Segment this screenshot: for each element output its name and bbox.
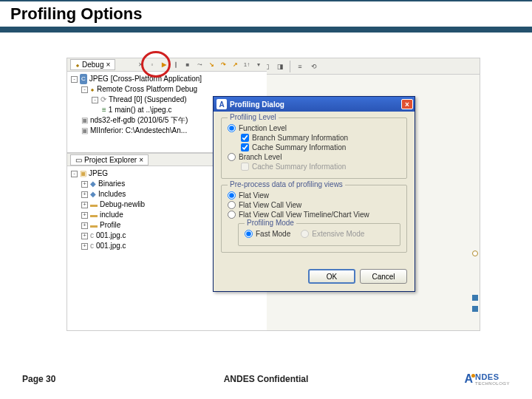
tree-label: Binaries	[98, 179, 125, 189]
overview-marker[interactable]	[472, 306, 478, 312]
step-over-icon[interactable]: ↷	[218, 60, 228, 70]
logo-name: NDES	[475, 373, 510, 381]
app-icon: A	[216, 99, 227, 109]
expand-icon[interactable]: +	[81, 202, 88, 208]
folder-icon: ▬	[90, 200, 98, 210]
legend: Pre-process data of profiling views	[228, 180, 345, 188]
tree-label: nds32-elf-gdb (2010/6/5 下午)	[90, 115, 188, 126]
radio-fast-mode[interactable]: Fast Mode	[245, 230, 290, 238]
tree-label: JPEG	[89, 168, 108, 179]
tree-label: Debug-newlib	[100, 200, 145, 210]
suspend-icon[interactable]: ∥	[171, 60, 181, 70]
bug-icon: ⬥	[75, 61, 80, 69]
slide-footer: Page 30 ANDES Confidential A NDES TECHNO…	[0, 372, 532, 386]
expand-icon[interactable]: +	[81, 233, 88, 239]
profiling-dialog: A Profiling Dialog × Profiling Level Fun…	[213, 96, 415, 292]
debugger-icon: ⬥	[90, 84, 95, 95]
close-icon[interactable]: ×	[139, 156, 143, 164]
tool3-icon[interactable]: ◨	[274, 61, 286, 72]
tree-label: Remote Cross Platform Debug	[97, 84, 197, 95]
radio-flat-view[interactable]: Flat View	[228, 191, 400, 200]
cfile-icon: c	[90, 231, 94, 241]
checkbox-input[interactable]	[241, 134, 249, 142]
expand-icon[interactable]: +	[81, 222, 88, 229]
radio-flat-call-timeline[interactable]: Flat View Call View Timeline/Chart View	[228, 211, 400, 219]
expand-icon[interactable]: -	[92, 97, 98, 103]
debug-mini-toolbar: ✕ ▫ ▶ ∥ ■ ⤳ ↘ ↷ ↗ 1↑ ▾	[135, 60, 264, 70]
page-number: Page 30	[22, 374, 55, 384]
project-icon: ▣	[80, 168, 86, 179]
slide-title: Profiling Options	[0, 1, 532, 27]
radio-label: Branch Level	[239, 153, 282, 161]
checkbox-input	[241, 163, 249, 171]
checkbox-input[interactable]	[241, 143, 249, 151]
check-branch-summary[interactable]: Branch Summary Information	[228, 134, 400, 142]
tree-label: Profile	[100, 220, 120, 231]
overview-marker[interactable]	[472, 295, 478, 301]
radio-label: Extensive Mode	[312, 230, 364, 238]
menu-icon[interactable]: ▾	[253, 60, 264, 70]
overview-marker[interactable]	[472, 250, 478, 256]
radio-function-level[interactable]: Function Level	[228, 124, 400, 132]
step-return-icon[interactable]: ↗	[230, 60, 240, 70]
checkbox-label: Cache Summary Information	[252, 163, 346, 171]
step-into-icon[interactable]: ↘	[206, 60, 216, 70]
expand-icon[interactable]: +	[81, 212, 88, 219]
tree-label: JPEG [Cross-Platform Application]	[89, 74, 202, 84]
folder-icon: ▭	[75, 156, 82, 164]
expand-icon[interactable]: +	[81, 243, 88, 250]
close-button[interactable]: ×	[401, 99, 413, 109]
profiling-mode-group: Profiling Mode Fast Mode Extensive Mode	[238, 223, 400, 246]
radio-input[interactable]	[228, 153, 236, 161]
radio-input[interactable]	[228, 124, 236, 132]
process-icon: ▣	[81, 115, 88, 126]
ok-button[interactable]: OK	[308, 269, 355, 284]
radio-branch-level[interactable]: Branch Level	[228, 153, 400, 161]
expand-icon[interactable]: +	[81, 191, 88, 198]
legend: Profiling Level	[228, 113, 279, 121]
tree-row[interactable]: -⬥Remote Cross Platform Debug	[71, 84, 263, 95]
tab-project-explorer[interactable]: ▭Project Explorer×	[70, 154, 149, 166]
collapse-icon[interactable]: ▫	[147, 60, 157, 70]
radio-extensive-mode: Extensive Mode	[301, 230, 364, 238]
disconnect-icon[interactable]: ⤳	[194, 60, 205, 70]
logo-text: NDES TECHNOLOGY	[475, 373, 510, 386]
radio-input[interactable]	[228, 191, 236, 200]
dialog-buttons: OK Cancel	[214, 265, 415, 291]
dialog-title: Profiling Dialog	[230, 100, 284, 109]
drop-frame-icon[interactable]: 1↑	[242, 60, 252, 70]
tree-label: include	[100, 210, 123, 220]
dialog-body: Profiling Level Function Level Branch Su…	[214, 112, 415, 265]
radio-flat-call[interactable]: Flat View Call View	[228, 201, 400, 209]
remove-icon[interactable]: ✕	[135, 60, 146, 70]
logo-sub: TECHNOLOGY	[475, 381, 510, 386]
dialog-titlebar[interactable]: A Profiling Dialog ×	[214, 97, 415, 112]
expand-icon[interactable]: -	[71, 76, 78, 83]
radio-label: Flat View	[239, 191, 269, 200]
check-cache-summary[interactable]: Cache Summary Information	[228, 143, 400, 151]
confidential-label: ANDES Confidential	[224, 374, 309, 384]
debug-view-tabbar: ⬥Debug× ✕ ▫ ▶ ∥ ■ ⤳ ↘ ↷ ↗ 1↑ ▾	[67, 58, 267, 72]
radio-input[interactable]	[245, 230, 253, 238]
slide-header: Profiling Options	[0, 0, 532, 33]
tool5-icon[interactable]: ⟲	[308, 61, 320, 72]
checkbox-label: Cache Summary Information	[252, 143, 346, 151]
cancel-button[interactable]: Cancel	[360, 269, 407, 284]
tool4-icon[interactable]: ≡	[294, 61, 306, 72]
expand-icon[interactable]: +	[81, 181, 88, 188]
andes-logo: A NDES TECHNOLOGY	[464, 372, 510, 386]
check-cache-summary-2: Cache Summary Information	[228, 163, 400, 171]
expand-icon[interactable]: -	[71, 171, 78, 177]
debug-tab-label: Debug	[82, 61, 103, 69]
tree-row[interactable]: -CJPEG [Cross-Platform Application]	[71, 74, 263, 84]
terminate-icon[interactable]: ■	[183, 60, 193, 70]
close-icon[interactable]: ×	[106, 61, 110, 69]
radio-label: Flat View Call View	[239, 201, 301, 209]
radio-input[interactable]	[228, 211, 236, 219]
tab-debug[interactable]: ⬥Debug×	[70, 59, 115, 70]
expand-icon[interactable]: -	[81, 86, 88, 93]
tree-label: Includes	[98, 189, 126, 200]
tree-label: Thread [0] (Suspended)	[109, 95, 187, 105]
resume-icon[interactable]: ▶	[159, 60, 169, 70]
radio-input[interactable]	[228, 201, 236, 209]
